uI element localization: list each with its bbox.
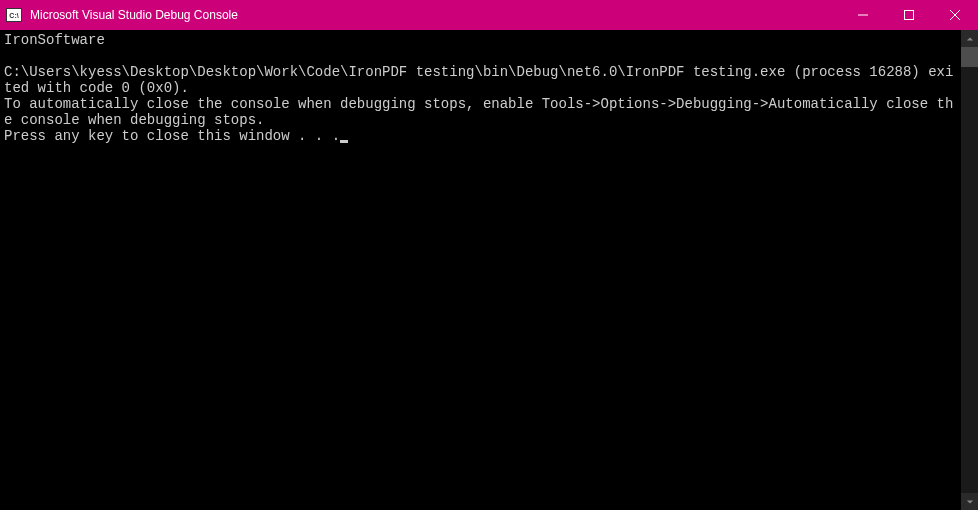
scroll-down-button[interactable] (961, 493, 978, 510)
output-line: To automatically close the console when … (4, 96, 953, 128)
scroll-thumb[interactable] (961, 47, 978, 67)
console-output[interactable]: IronSoftware C:\Users\kyess\Desktop\Desk… (0, 30, 961, 510)
maximize-button[interactable] (886, 0, 932, 30)
output-line: C:\Users\kyess\Desktop\Desktop\Work\Code… (4, 64, 953, 96)
minimize-button[interactable] (840, 0, 886, 30)
chevron-up-icon (966, 35, 974, 43)
output-line: IronSoftware (4, 32, 105, 48)
window-titlebar: C:\ Microsoft Visual Studio Debug Consol… (0, 0, 978, 30)
scroll-up-button[interactable] (961, 30, 978, 47)
close-button[interactable] (932, 0, 978, 30)
chevron-down-icon (966, 498, 974, 506)
window-title: Microsoft Visual Studio Debug Console (30, 8, 238, 22)
blank-line (4, 48, 957, 64)
close-icon (950, 10, 960, 20)
minimize-icon (858, 10, 868, 20)
console-area: IronSoftware C:\Users\kyess\Desktop\Desk… (0, 30, 978, 510)
vertical-scrollbar[interactable] (961, 30, 978, 510)
text-cursor (340, 140, 348, 143)
titlebar-left: C:\ Microsoft Visual Studio Debug Consol… (0, 8, 238, 22)
window-controls (840, 0, 978, 30)
maximize-icon (904, 10, 914, 20)
console-app-icon: C:\ (6, 8, 22, 22)
svg-rect-1 (905, 11, 914, 20)
output-line: Press any key to close this window . . . (4, 128, 340, 144)
